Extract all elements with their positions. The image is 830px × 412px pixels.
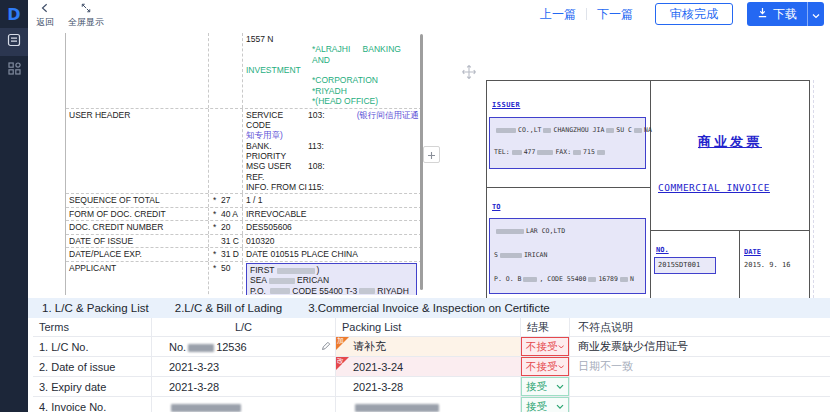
review-complete-button[interactable]: 审核完成 xyxy=(655,3,733,25)
toolbar: 返回 全屏显示 上一篇 下一篇 审核完成 xyxy=(28,0,830,29)
bank-name-line: *(HEAD OFFICE) xyxy=(312,96,419,106)
result-cell: 接受 xyxy=(521,377,570,396)
header-discrepancy: 不符点说明 xyxy=(570,318,830,336)
invoice-no-highlighted-box: 2015SDT001 xyxy=(654,257,716,274)
discrepancy-note-input[interactable] xyxy=(570,397,830,412)
download-dropdown-button[interactable] xyxy=(807,2,824,26)
next-doc-link[interactable]: 下一篇 xyxy=(597,6,633,23)
page-boundary-guide xyxy=(813,80,814,298)
chevron-down-icon xyxy=(812,5,820,23)
highlighted-field: FIRST) SEAERICAN P.O. CODE 55400 T-3RIYA… xyxy=(246,263,417,295)
result-select[interactable]: 不接受 xyxy=(521,337,569,356)
move-handle-icon[interactable] xyxy=(461,64,477,80)
swift-row: DATE OF ISSUE 31 C 010320 xyxy=(66,234,422,248)
plus-icon xyxy=(427,146,436,164)
bank-name-line: *RIYADH xyxy=(312,86,419,96)
buyer-highlighted-box: LAR CO,LTD SIRICAN P. O. B, CODE 5540016… xyxy=(489,218,646,294)
bank-seal-note: 知专用章) xyxy=(246,130,419,140)
result-cell: 不接受 xyxy=(521,357,570,376)
swift-row-applicant: APPLICANT *50 FIRST) SEAERICAN P.O. CODE… xyxy=(66,261,422,295)
edit-pencil-icon[interactable] xyxy=(321,341,331,353)
sidebar-item-documents[interactable] xyxy=(0,28,28,56)
chevron-down-icon xyxy=(558,364,565,370)
header-lc: L/C xyxy=(152,318,336,336)
invoice-title-english: COMMERCIAL INVOICE xyxy=(658,182,770,193)
chevron-down-icon xyxy=(558,344,565,350)
fullscreen-label: 全屏显示 xyxy=(68,16,104,29)
result-select[interactable]: 不接受 xyxy=(521,357,569,376)
app-window: D 返回 xyxy=(0,0,830,412)
sidebar: D xyxy=(0,0,28,412)
swift-row-advising-bank: 1557 N *ALRAJHI BANKING AND INVESTMENT *… xyxy=(66,33,422,108)
tab-lc-bill-of-lading[interactable]: 2.L/C & Bill of Lading xyxy=(175,302,282,314)
back-chevron-icon xyxy=(40,3,50,15)
result-select[interactable]: 接受 xyxy=(521,397,569,412)
invoice-date-value: 2015. 9. 16 xyxy=(744,261,790,269)
back-button[interactable]: 返回 xyxy=(36,0,54,29)
download-split-button: 下载 xyxy=(747,2,824,26)
download-button[interactable]: 下载 xyxy=(747,2,807,26)
table-row: 1. L/C No. No.12536 加 请补充 不接受 xyxy=(33,337,830,357)
swift-row: FORM OF DOC. CREDIT *40 A IRREVOCABLE xyxy=(66,207,422,221)
table-row: 3. Expiry date 2021-3-28 2021-3-28 接受 xyxy=(33,377,830,397)
swift-top-value: 1557 N xyxy=(246,34,419,44)
fullscreen-button[interactable]: 全屏显示 xyxy=(68,0,104,29)
bank-name-line: *CORPORATION xyxy=(312,75,419,85)
discrepancy-note-input[interactable]: 商业发票缺少信用证号 xyxy=(570,337,830,356)
lc-value-cell[interactable]: 2021-3-28 xyxy=(152,377,336,396)
check-panel: 1. L/C & Packing List 2.L/C & Bill of La… xyxy=(28,298,830,412)
invoice-title-chinese: 商业发票 xyxy=(651,133,809,151)
header-terms: Terms xyxy=(33,318,152,336)
lc-value-cell[interactable]: No.12536 xyxy=(152,337,336,356)
issuer-highlighted-box: CO.,LTCHANGZHOU JIASU CNA TEL:477FAX:715 xyxy=(489,117,646,169)
prev-doc-link[interactable]: 上一篇 xyxy=(540,6,576,23)
tab-lc-packing-list[interactable]: 1. L/C & Packing List xyxy=(42,302,149,314)
result-select[interactable]: 接受 xyxy=(521,377,569,396)
comparison-table: Terms L/C Packing List 结果 不符点说明 1. L/C N… xyxy=(28,318,830,412)
discrepancy-note-input[interactable]: 日期不一致 xyxy=(570,357,830,376)
invoice-date-label: DATE xyxy=(744,248,761,256)
result-cell: 接受 xyxy=(521,397,570,412)
swift-row: DATE/PLACE EXP. *31 D DATE 010515 PLACE … xyxy=(66,247,422,261)
header-result: 结果 xyxy=(521,318,570,336)
table-header-row: Terms L/C Packing List 结果 不符点说明 xyxy=(33,318,830,337)
download-label: 下载 xyxy=(773,6,797,23)
lc-value-cell[interactable] xyxy=(152,397,336,412)
document-viewer: 1557 N *ALRAJHI BANKING AND INVESTMENT *… xyxy=(28,28,830,298)
check-tabs: 1. L/C & Packing List 2.L/C & Bill of La… xyxy=(28,298,830,318)
download-icon xyxy=(757,7,768,21)
term-cell: 2. Date of issue xyxy=(33,357,152,376)
tab-commercial-invoice-inspection[interactable]: 3.Commercial Invoice & Inspection on Cer… xyxy=(308,302,550,314)
lc-value-cell[interactable]: 2021-3-23 xyxy=(152,357,336,376)
divider xyxy=(586,8,587,20)
lc-swift-document[interactable]: 1557 N *ALRAJHI BANKING AND INVESTMENT *… xyxy=(65,33,422,295)
header-packing-list: Packing List xyxy=(336,318,521,336)
discrepancy-note-input[interactable] xyxy=(570,377,830,396)
swift-row: DOC. CREDIT NUMBER *20 DES505606 xyxy=(66,220,422,234)
sidebar-item-apps[interactable] xyxy=(0,56,28,84)
app-logo: D xyxy=(0,0,28,28)
commercial-invoice-document[interactable]: ISSUER CO.,LTCHANGZHOU JIASU CNA TEL:477… xyxy=(486,80,810,298)
chevron-down-icon xyxy=(556,384,564,390)
swift-row-user-header: USER HEADER SERVICE CODE103:(银行间信用证通 知专用… xyxy=(66,108,422,194)
packing-list-value-cell[interactable] xyxy=(336,397,521,412)
swift-row: SEQUENCE OF TOTAL *27 1 / 1 xyxy=(66,193,422,207)
table-row: 2. Date of issue 2021-3-23 改 2021-3-24 不… xyxy=(33,357,830,377)
term-cell: 3. Expiry date xyxy=(33,377,152,396)
bank-name-line: INVESTMENT xyxy=(246,65,419,75)
modified-corner-badge: 改 xyxy=(336,357,349,370)
back-label: 返回 xyxy=(36,16,54,29)
invoice-no-label: NO. xyxy=(656,246,669,254)
packing-list-value-cell[interactable]: 2021-3-28 xyxy=(336,377,521,396)
result-cell: 不接受 xyxy=(521,337,570,356)
packing-list-value-cell[interactable]: 加 请补充 xyxy=(336,337,521,356)
document-icon xyxy=(7,33,21,51)
bank-name-line: *ALRAJHI BANKING AND xyxy=(312,44,419,65)
bank-seal-note: (银行间信用证通 xyxy=(357,110,419,131)
packing-list-value-cell[interactable]: 改 2021-3-24 xyxy=(336,357,521,376)
chevron-down-icon xyxy=(556,404,564,410)
term-cell: 1. L/C No. xyxy=(33,337,152,356)
issuer-label: ISSUER xyxy=(492,101,520,109)
expand-button[interactable] xyxy=(423,146,440,163)
fullscreen-icon xyxy=(81,3,91,15)
